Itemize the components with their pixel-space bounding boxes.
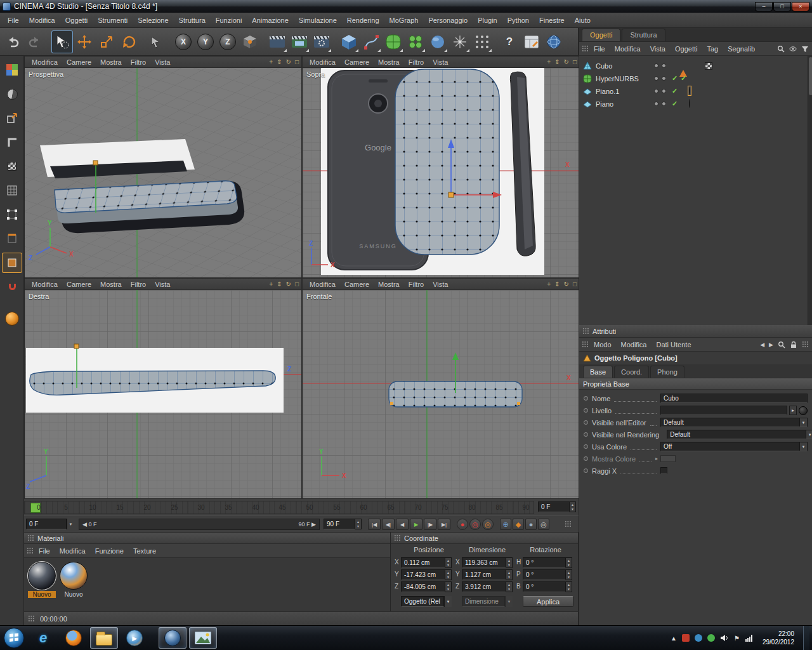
menu-aiuto[interactable]: Aiuto (570, 14, 596, 27)
live-selection-tool[interactable] (51, 30, 73, 53)
spin-up-icon[interactable]: ▲ (445, 570, 451, 575)
material-tag-icon[interactable] (689, 100, 690, 107)
compositing-tag-icon[interactable] (705, 62, 712, 70)
taskbar-imageviewer-icon[interactable] (189, 627, 217, 649)
viewport-perspective-canvas[interactable]: Y X Z (25, 68, 301, 277)
hypernurbs-button[interactable] (383, 30, 404, 53)
primitive-cube-button[interactable] (338, 30, 360, 53)
key-bullet-icon[interactable] (584, 444, 588, 449)
vp-menu-mostra[interactable]: Mostra (374, 279, 404, 289)
pos-x-field[interactable]: 0.112 cm (401, 557, 445, 568)
spin-down-icon[interactable]: ▼ (566, 563, 572, 568)
spin-down-icon[interactable]: ▼ (506, 563, 512, 568)
record-keyframe-button[interactable]: ● (457, 519, 468, 530)
minimize-button[interactable]: – (755, 2, 773, 11)
render-visibility-dot[interactable] (662, 102, 666, 106)
eye-icon[interactable] (789, 45, 797, 53)
menu-mograph[interactable]: MoGraph (384, 14, 424, 27)
history-forward-icon[interactable]: ▶ (769, 342, 773, 348)
vp-maximize-icon[interactable]: □ (573, 281, 577, 288)
key-rotation-button[interactable]: ● (525, 519, 537, 530)
tab-oggetti[interactable]: Oggetti (582, 29, 620, 41)
attr-menu-modifica[interactable]: Modifica (617, 339, 652, 350)
spin-up-icon[interactable]: ▲ (566, 582, 572, 587)
enabled-check-icon[interactable]: ✓ (672, 74, 678, 83)
dimension-mode-dropdown[interactable]: Dimensione▼ (462, 596, 513, 607)
playhead-dropdown-icon[interactable]: ▼ (67, 519, 74, 529)
spin-up-icon[interactable]: ▲ (506, 570, 512, 575)
spin-down-icon[interactable]: ▼ (445, 587, 451, 592)
network-icon[interactable] (745, 634, 754, 642)
frame-spin-up-icon[interactable]: ▲ (355, 519, 361, 524)
panel-grip-icon[interactable] (28, 615, 35, 622)
taskbar-clock[interactable]: 22:00 29/02/2012 (763, 630, 794, 646)
teamviewer-tray-icon[interactable] (695, 634, 702, 642)
render-visibility-dot[interactable] (662, 63, 666, 68)
mat-menu-funzione[interactable]: Funzione (91, 545, 128, 557)
spin-up-icon[interactable]: ▲ (445, 582, 451, 587)
frame-spin-up-icon[interactable]: ▲ (570, 502, 575, 507)
spin-up-icon[interactable]: ▲ (506, 558, 512, 563)
environment-button[interactable] (427, 30, 449, 53)
editor-visibility-dot[interactable] (654, 102, 658, 106)
vp-menu-filtro[interactable]: Filtro (126, 57, 150, 67)
search-icon[interactable] (778, 341, 785, 348)
viewport-front[interactable]: Modifica Camere Mostra Filtro Vista +⇕↻□ (303, 279, 579, 499)
spin-down-icon[interactable]: ▼ (445, 563, 451, 568)
key-bullet-icon[interactable] (584, 408, 588, 413)
attr-menu-dati-utente[interactable]: Dati Utente (652, 339, 696, 350)
viewport-right-canvas[interactable]: Z Y Z (25, 290, 301, 499)
render-view-button[interactable] (266, 30, 288, 53)
key-bullet-icon[interactable] (584, 396, 588, 401)
vp-menu-mostra[interactable]: Mostra (96, 279, 126, 289)
make-editable-icon[interactable] (2, 108, 22, 128)
rot-p-field[interactable]: 0 ° (523, 569, 566, 580)
antivirus-tray-icon[interactable] (682, 634, 690, 642)
menu-personaggio[interactable]: Personaggio (423, 14, 473, 27)
enabled-check-icon[interactable]: ✓ (672, 100, 678, 108)
end-frame-field[interactable]: 90 F (324, 519, 355, 529)
spline-pen-button[interactable] (360, 30, 382, 53)
panel-grip-icon[interactable] (582, 341, 589, 348)
menu-funzioni[interactable]: Funzioni (211, 14, 247, 27)
array-button[interactable] (405, 30, 426, 53)
editor-visibility-dot[interactable] (654, 63, 658, 68)
dim-x-field[interactable]: 119.363 cm (462, 557, 506, 568)
current-frame-field[interactable]: 0 F (538, 501, 570, 512)
om-menu-tag[interactable]: Tag (702, 43, 723, 55)
nome-field[interactable]: Cubo (660, 394, 808, 403)
spin-up-icon[interactable]: ▲ (445, 558, 451, 563)
key-scale-button[interactable]: ◆ (513, 519, 524, 530)
mat-menu-modifica[interactable]: Modifica (55, 545, 90, 557)
action-center-flag-icon[interactable]: ⚑ (734, 635, 740, 642)
display-mode-icon[interactable] (2, 84, 22, 104)
menu-oggetti[interactable]: Oggetti (60, 14, 93, 27)
om-menu-modifica[interactable]: Modifica (610, 43, 645, 55)
playhead-field[interactable]: 0 F (26, 519, 67, 529)
range-right-icon[interactable]: ▶ (311, 521, 316, 527)
timeline-ruler[interactable]: 0 5 10 15 20 25 30 35 40 45 50 55 60 65 … (24, 501, 534, 514)
render-picture-viewer-button[interactable] (289, 30, 310, 53)
vp-menu-modifica[interactable]: Modifica (27, 279, 62, 289)
menu-animazione[interactable]: Animazione (247, 14, 293, 27)
previous-key-button[interactable]: ◀| (382, 519, 395, 530)
vp-pan-icon[interactable]: + (269, 58, 273, 65)
vp-menu-filtro[interactable]: Filtro (404, 57, 428, 67)
key-bullet-icon[interactable] (584, 420, 588, 425)
object-row-piano1[interactable]: Piano.1 ✓ (583, 85, 804, 98)
visibile-editor-dropdown[interactable]: Default▼ (660, 418, 808, 427)
vp-menu-camere[interactable]: Camere (62, 57, 96, 67)
vp-rotate-icon[interactable]: ↻ (564, 281, 569, 288)
rot-b-field[interactable]: 0 ° (523, 581, 566, 592)
range-left-icon[interactable]: ◀ (82, 521, 87, 527)
vp-menu-filtro[interactable]: Filtro (404, 279, 428, 289)
go-to-end-button[interactable]: ▶| (438, 519, 450, 530)
tab-phong[interactable]: Phong (650, 366, 684, 378)
spin-up-icon[interactable]: ▲ (506, 582, 512, 587)
move-tool[interactable] (74, 30, 95, 53)
material-name[interactable]: Nuovo (28, 591, 56, 598)
spin-down-icon[interactable]: ▼ (566, 575, 572, 580)
vp-zoom-icon[interactable]: ⇕ (554, 281, 560, 288)
vp-maximize-icon[interactable]: □ (295, 281, 299, 288)
taskbar-firefox-icon[interactable] (60, 627, 88, 649)
